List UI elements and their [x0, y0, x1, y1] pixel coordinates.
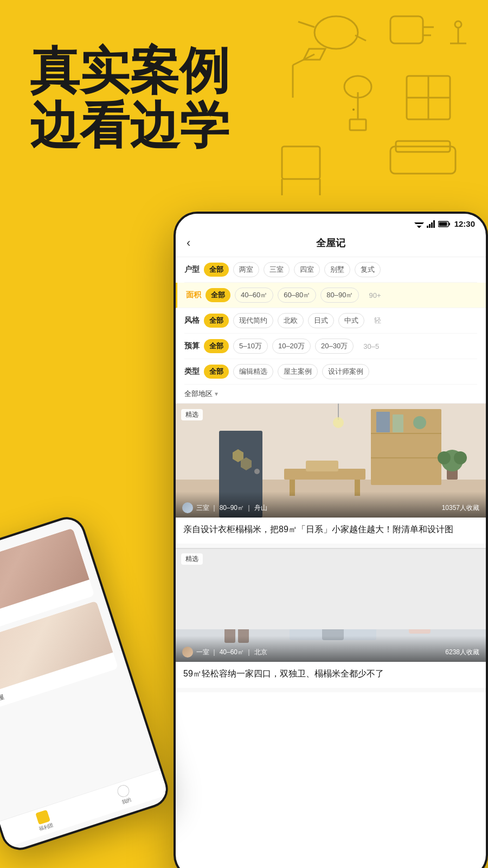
- filter-tag-all-1[interactable]: 全部: [204, 263, 229, 277]
- nav-title: 全屋记: [259, 237, 403, 250]
- filter-row-house-type: 户型 全部 两室 三室 四室 别墅 复式: [184, 257, 477, 283]
- card-1-badge: 精选: [181, 409, 203, 420]
- main-phone-mockup: 12:30 ‹ 全屋记 户型 全部 两室 三室 四室 别墅 复式 面积: [174, 212, 488, 868]
- region-label: 全部地区: [184, 389, 213, 399]
- filter-tag-5-10[interactable]: 5–10万: [233, 339, 268, 354]
- svg-point-45: [413, 416, 426, 429]
- filter-tag-style-all[interactable]: 全部: [204, 314, 229, 328]
- wifi-icon: [414, 220, 424, 228]
- filter-row-style: 风格 全部 现代简约 北欧 日式 中式 轻: [184, 308, 477, 334]
- filter-tag-80-90[interactable]: 80–90㎡: [320, 288, 359, 303]
- region-arrow: ▾: [215, 390, 218, 398]
- card-2-badge: 精选: [181, 553, 203, 565]
- card-1[interactable]: 精选 三室 ｜ 80–90㎡ ｜ 舟山 10357人收藏 亲自设计衣柜榻榻米，把…: [176, 404, 486, 544]
- svg-point-37: [254, 469, 260, 474]
- filter-tag-modern[interactable]: 现代简约: [233, 313, 273, 328]
- phone-screen: 12:30 ‹ 全屋记 户型 全部 两室 三室 四室 别墅 复式 面积: [176, 214, 486, 868]
- card-1-image: 精选 三室 ｜ 80–90㎡ ｜ 舟山 10357人收藏: [176, 404, 486, 518]
- card-2-author: 一室 ｜ 40–60㎡ ｜ 北京: [196, 648, 267, 657]
- svg-rect-15: [282, 146, 320, 179]
- filter-tag-3room[interactable]: 三室: [264, 262, 290, 277]
- svg-rect-29: [431, 222, 433, 228]
- content-area: 精选 三室 ｜ 80–90㎡ ｜ 舟山 10357人收藏 亲自设计衣柜榻榻米，把…: [176, 404, 486, 692]
- svg-rect-14: [350, 119, 366, 130]
- filter-label-type: 类型: [184, 367, 200, 376]
- filter-tag-type-all[interactable]: 全部: [204, 365, 229, 379]
- filter-tag-20-30[interactable]: 20–30万: [315, 339, 354, 354]
- back-button[interactable]: ‹: [187, 236, 259, 250]
- svg-point-3: [314, 16, 358, 49]
- svg-rect-28: [429, 224, 431, 228]
- headline-line1: 真实案例: [30, 43, 229, 98]
- card-1-title: 亲自设计衣柜榻榻米，把89㎡「日系」小家越住越大！附清单和设计图: [176, 518, 486, 544]
- svg-rect-70: [176, 548, 486, 629]
- svg-rect-44: [393, 414, 403, 432]
- filter-tag-40-60[interactable]: 40–60㎡: [235, 288, 273, 303]
- filter-section: 户型 全部 两室 三室 四室 别墅 复式 面积 全部 40–60㎡ 60–80㎡…: [176, 257, 486, 385]
- card-1-author: 三室 ｜ 80–90㎡ ｜ 舟山: [196, 503, 267, 513]
- filter-label-style: 风格: [184, 316, 200, 326]
- filter-tag-editorial[interactable]: 编辑精选: [233, 364, 273, 379]
- card-1-meta-left: 三室 ｜ 80–90㎡ ｜ 舟山: [182, 502, 267, 513]
- back-nav-label-2: 我的: [121, 796, 132, 806]
- filter-label-area: 面积: [186, 290, 201, 300]
- filter-row-area: 面积 全部 40–60㎡ 60–80㎡ 80–90㎡ 90+: [176, 283, 486, 308]
- filter-tag-90plus[interactable]: 90+: [363, 289, 386, 302]
- filter-row-type: 类型 全部 编辑精选 屋主案例 设计师案例: [184, 359, 477, 385]
- card-2-meta: 一室 ｜ 40–60㎡ ｜ 北京 6238人收藏: [176, 636, 486, 662]
- svg-rect-18: [390, 146, 455, 174]
- nav-bar: ‹ 全屋记: [176, 232, 486, 257]
- headline-line2: 边看边学: [30, 98, 229, 153]
- svg-rect-49: [306, 461, 338, 471]
- card-2-avatar: [182, 647, 193, 658]
- headline: 真实案例 边看边学: [30, 43, 229, 153]
- filter-label-budget: 预算: [184, 341, 200, 351]
- card-2-title: 59㎡轻松容纳一家四口，双独卫、榻榻米全都少不了: [176, 662, 486, 688]
- back-nav-item-1: 福利团: [34, 809, 54, 833]
- back-nav-item-2: 我的: [116, 783, 133, 806]
- filter-tag-villa[interactable]: 别墅: [324, 262, 350, 277]
- dots-pattern: for(let i=0;i<60;i++){ document.currentS…: [352, 108, 477, 111]
- svg-point-53: [454, 451, 467, 464]
- filter-tag-duplex[interactable]: 复式: [355, 262, 381, 277]
- svg-point-22: [455, 21, 461, 28]
- status-time: 12:30: [454, 219, 475, 228]
- signal-icon: [427, 220, 435, 228]
- filter-tag-designer[interactable]: 设计师案例: [322, 364, 369, 379]
- svg-rect-43: [376, 412, 390, 432]
- svg-rect-71: [176, 548, 486, 549]
- svg-rect-33: [449, 222, 450, 225]
- svg-line-4: [298, 22, 314, 27]
- filter-row-budget: 预算 全部 5–10万 10–20万 20–30万 30–5: [184, 334, 477, 359]
- svg-rect-27: [427, 226, 428, 228]
- card-2-saves: 6238人收藏: [445, 648, 479, 657]
- filter-tag-luxury[interactable]: 轻: [369, 314, 387, 328]
- svg-point-52: [438, 451, 451, 464]
- filter-tag-30plus[interactable]: 30–5: [358, 340, 384, 353]
- filter-tag-4room[interactable]: 四室: [294, 262, 320, 277]
- filter-tag-japanese[interactable]: 日式: [308, 313, 334, 328]
- battery-icon: [438, 221, 450, 227]
- svg-rect-0: [390, 16, 423, 43]
- region-row[interactable]: 全部地区 ▾: [176, 385, 486, 404]
- card-2[interactable]: 精选 一室 ｜ 40–60㎡ ｜ 北京 6238人收藏 59㎡轻松容纳一家四口，…: [176, 548, 486, 688]
- filter-tag-10-20[interactable]: 10–20万: [272, 339, 311, 354]
- filter-tag-area-all[interactable]: 全部: [206, 288, 230, 302]
- svg-point-55: [333, 417, 344, 428]
- svg-rect-30: [433, 220, 435, 228]
- filter-label-house-type: 户型: [184, 265, 200, 275]
- card-2-image: 精选 一室 ｜ 40–60㎡ ｜ 北京 6238人收藏: [176, 548, 486, 662]
- filter-tag-nordic[interactable]: 北欧: [278, 313, 304, 328]
- status-icons: 12:30: [414, 219, 475, 228]
- svg-rect-32: [439, 222, 447, 226]
- filter-tag-budget-all[interactable]: 全部: [204, 339, 229, 353]
- card-2-meta-left: 一室 ｜ 40–60㎡ ｜ 北京: [182, 647, 267, 658]
- filter-tag-owner[interactable]: 屋主案例: [278, 364, 318, 379]
- card-1-saves: 10357人收藏: [442, 503, 479, 513]
- card-1-avatar: [182, 502, 193, 513]
- filter-tag-chinese[interactable]: 中式: [338, 313, 364, 328]
- status-bar: 12:30: [176, 214, 486, 232]
- filter-tag-60-80[interactable]: 60–80㎡: [278, 288, 316, 303]
- filter-tag-2room[interactable]: 两室: [233, 262, 259, 277]
- card-1-meta: 三室 ｜ 80–90㎡ ｜ 舟山 10357人收藏: [176, 492, 486, 518]
